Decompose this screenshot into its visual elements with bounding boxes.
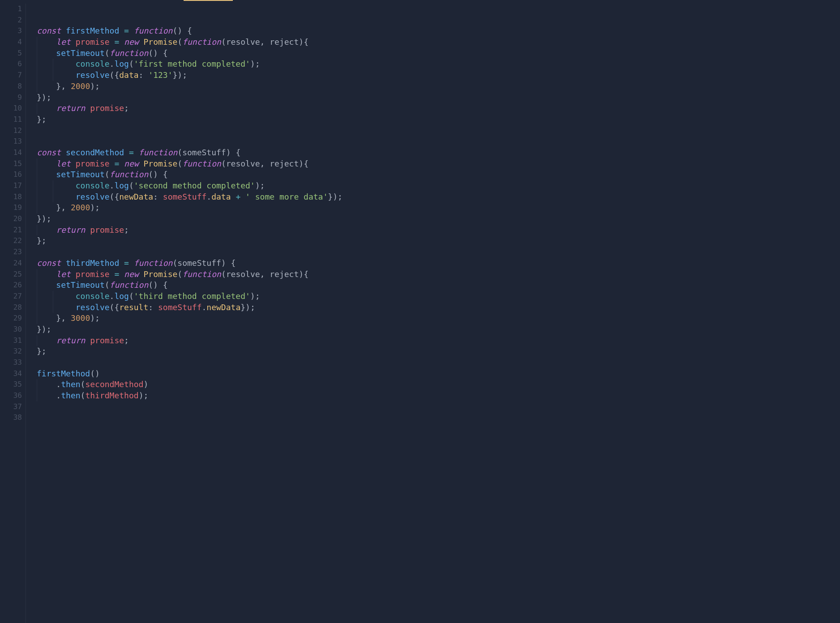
code-line[interactable]: const secondMethod = function(someStuff)… [37,147,343,158]
code-line[interactable]: console.log('second method completed'); [37,180,343,192]
token-str: 'first method completed' [134,59,250,68]
indent-guide [53,192,53,203]
token-pun: }; [37,236,47,245]
line-number: 19 [0,202,22,213]
indent-guide [37,335,37,346]
code-line[interactable]: }, 2000); [37,202,343,213]
token-kw: function [182,159,221,168]
token-pun: }); [37,214,51,223]
token-num: 2000 [71,81,90,91]
code-line[interactable]: resolve({newData: someStuff.data + ' som… [37,192,343,203]
code-line[interactable]: const firstMethod = function() { [37,26,343,37]
token-prop: newData [119,192,153,201]
code-line[interactable]: .then(thirdMethod); [37,390,343,401]
token-param: resolve [226,37,260,47]
code-line[interactable]: console.log('third method completed'); [37,291,343,302]
code-line[interactable] [37,136,343,147]
token-pun: () { [148,170,167,179]
token-pun: . [110,181,115,190]
token-cls: Promise [143,37,177,47]
code-line[interactable] [37,125,343,137]
code-line[interactable] [37,412,343,423]
code-line[interactable] [37,4,343,15]
token-var: promise [90,225,124,235]
code-line[interactable]: return promise; [37,225,343,236]
token-pun: . [202,303,207,312]
line-number: 36 [0,390,22,401]
token-obj: console [76,291,110,301]
indent-guide [53,302,53,313]
token-obj: console [76,59,110,68]
code-line[interactable] [37,357,343,368]
indent-guide [37,169,37,180]
token-pun: : [148,303,158,312]
code-content[interactable]: const firstMethod = function() { let pro… [26,4,343,623]
token-pun: ( [221,159,226,168]
code-line[interactable]: let promise = new Promise(function(resol… [37,158,343,170]
line-number: 7 [0,70,22,81]
code-line[interactable] [37,401,343,413]
code-line[interactable]: setTimeout(function() { [37,48,343,59]
token-kw: return [56,336,90,345]
code-line[interactable]: setTimeout(function() { [37,280,343,291]
token-pun: ( [105,48,110,58]
code-line[interactable]: }); [37,92,343,103]
indent-guide [53,70,53,81]
code-line[interactable]: return promise; [37,335,343,346]
token-pun: ); [90,313,100,323]
token-pun: ); [250,59,260,68]
token-fn: log [114,181,129,190]
token-kw: new [124,269,143,279]
token-var: promise [90,103,124,113]
code-line[interactable]: let promise = new Promise(function(resol… [37,37,343,48]
code-line[interactable]: }; [37,235,343,247]
token-pun: ( [129,291,134,301]
token-kw: new [124,37,143,47]
code-line[interactable]: resolve({data: '123'}); [37,70,343,81]
token-pun: () { [172,26,192,35]
line-number: 34 [0,368,22,380]
token-kw: let [56,269,75,279]
code-line[interactable] [37,247,343,258]
token-pun: ({ [110,70,120,80]
token-pun: }, [56,81,71,91]
code-line[interactable] [37,15,343,26]
token-kw: function [134,26,173,35]
code-line[interactable]: }; [37,114,343,125]
token-var: promise [90,336,124,345]
line-number: 10 [0,103,22,114]
code-line[interactable]: const thirdMethod = function(someStuff) … [37,258,343,269]
code-line[interactable]: }, 2000); [37,81,343,92]
token-str: '123' [148,70,172,80]
token-pun: ){ [299,159,309,168]
token-pun: , [260,269,270,279]
code-line[interactable]: }; [37,346,343,357]
code-line[interactable]: setTimeout(function() { [37,169,343,180]
line-number: 2 [0,15,22,26]
indent-guide [37,37,37,48]
token-var: promise [76,37,115,47]
token-str: 'third method completed' [134,291,250,301]
active-tab-indicator [184,0,233,1]
code-editor[interactable]: 1234567891011121314151617181920212223242… [0,0,840,623]
code-line[interactable]: firstMethod() [37,368,343,380]
line-number: 31 [0,335,22,346]
code-line[interactable]: }); [37,213,343,225]
token-pun: . [110,291,115,301]
code-line[interactable]: .then(secondMethod) [37,379,343,390]
code-line[interactable]: resolve({result: someStuff.newData}); [37,302,343,313]
indent-guide [37,313,37,324]
code-line[interactable]: console.log('first method completed'); [37,59,343,70]
code-line[interactable]: let promise = new Promise(function(resol… [37,269,343,280]
token-fn: resolve [76,303,110,312]
line-number: 23 [0,247,22,258]
token-fn: then [61,391,80,400]
token-kw: new [124,159,143,168]
code-line[interactable]: }); [37,324,343,335]
code-line[interactable]: return promise; [37,103,343,114]
token-pun: ; [124,336,129,345]
line-number: 6 [0,59,22,70]
token-pun: }); [37,93,51,102]
code-line[interactable]: }, 3000); [37,313,343,324]
token-op: = [129,148,139,157]
